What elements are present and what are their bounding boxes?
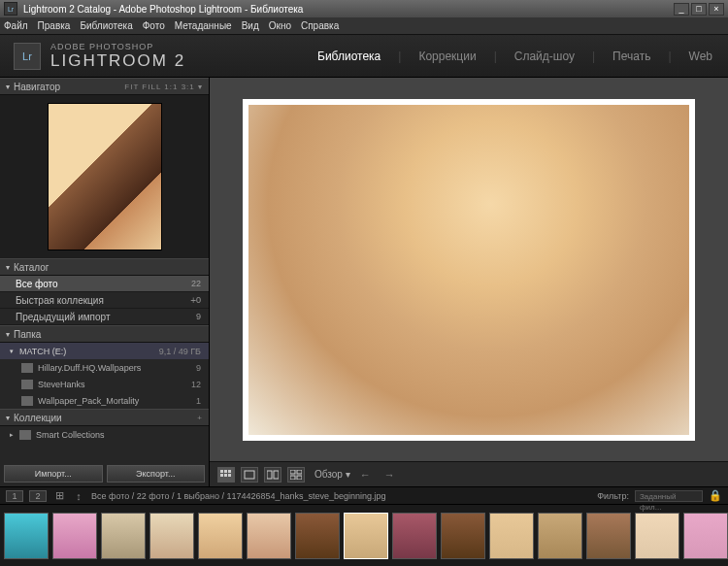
view-toolbar: Обзор ▾ ← → [210, 461, 728, 486]
thumbnail[interactable] [683, 513, 728, 559]
lr-logo-icon: Lr [14, 43, 41, 70]
page-1-button[interactable]: 1 [6, 490, 23, 502]
navigator-zoom-options[interactable]: FIT FILL 1:1 3:1 ▾ [124, 83, 203, 91]
loupe-view-button[interactable] [241, 467, 258, 483]
page-2-button[interactable]: 2 [29, 490, 47, 502]
navigator-preview[interactable] [0, 95, 209, 258]
thumbnail[interactable] [586, 513, 631, 559]
thumbnail[interactable] [295, 513, 340, 559]
compare-view-button[interactable] [264, 467, 281, 483]
navigator-title: Навигатор [14, 82, 124, 92]
svg-rect-4 [224, 474, 227, 477]
svg-rect-12 [297, 476, 302, 480]
menu-окно[interactable]: Окно [269, 20, 291, 31]
prev-photo-button[interactable]: ← [356, 469, 375, 481]
import-button[interactable]: Импорт... [4, 465, 103, 483]
thumbnail[interactable] [441, 513, 485, 559]
thumbnail[interactable] [344, 513, 388, 559]
navigator-header[interactable]: ▾ Навигатор FIT FILL 1:1 3:1 ▾ [0, 78, 209, 95]
collections-header[interactable]: ▾ Коллекции + [0, 409, 209, 426]
thumbnail[interactable] [635, 513, 679, 559]
drive-label: MATCH (E:) [19, 347, 159, 356]
filter-lock-icon[interactable]: 🔒 [709, 490, 722, 502]
folder-icon [19, 430, 31, 440]
grid-size-icon[interactable]: ⊞ [52, 490, 66, 502]
menu-правка[interactable]: Правка [38, 20, 71, 31]
folder-icon [21, 396, 33, 406]
thumbnail[interactable] [4, 513, 49, 559]
filter-label: Фильтр: [597, 491, 629, 501]
close-button[interactable]: × [709, 3, 724, 16]
maximize-button[interactable]: □ [691, 3, 707, 16]
collapse-icon: ▾ [6, 414, 10, 422]
thumbnail[interactable] [247, 513, 291, 559]
thumbnail[interactable] [392, 513, 437, 559]
svg-rect-6 [245, 471, 254, 479]
collections-add-icon[interactable]: + [197, 414, 203, 422]
drive-row[interactable]: ▾ MATCH (E:) 9,1 / 49 ГБ [0, 343, 209, 359]
menubar: ФайлПравкаБиблиотекаФотоМетаданныеВидОкн… [0, 17, 728, 35]
collapse-icon: ▾ [6, 330, 10, 339]
module-печать[interactable]: Печать [611, 50, 652, 63]
grid-view-button[interactable] [217, 467, 235, 483]
svg-rect-11 [290, 476, 295, 480]
header: Lr ADOBE PHOTOSHOP LIGHTROOM 2 Библиотек… [0, 35, 728, 78]
left-panel: ▾ Навигатор FIT FILL 1:1 3:1 ▾ ▾ Каталог… [0, 78, 210, 486]
expand-icon: ▸ [10, 431, 19, 439]
thumbnail[interactable] [198, 513, 243, 559]
menu-вид[interactable]: Вид [242, 20, 259, 31]
main-photo [243, 99, 695, 441]
catalog-row[interactable]: Все фото22 [0, 276, 209, 292]
menu-фото[interactable]: Фото [143, 20, 165, 31]
titlebar: Lr Lightroom 2 Catalog - Adobe Photoshop… [0, 0, 728, 17]
svg-rect-7 [267, 471, 272, 479]
folder-row[interactable]: SteveHanks12 [0, 376, 209, 392]
collapse-icon: ▾ [6, 83, 10, 91]
menu-метаданные[interactable]: Метаданные [175, 20, 232, 31]
catalog-row[interactable]: Предыдущий импорт9 [0, 309, 209, 325]
thumbnail[interactable] [538, 513, 582, 559]
brand-big: LIGHTROOM 2 [50, 51, 185, 71]
menu-файл[interactable]: Файл [4, 20, 28, 31]
survey-view-button[interactable] [287, 467, 305, 483]
module-web[interactable]: Web [687, 50, 714, 63]
svg-rect-10 [297, 470, 302, 474]
svg-rect-9 [290, 470, 295, 474]
canvas[interactable] [210, 78, 728, 461]
drive-stats: 9,1 / 49 ГБ [159, 347, 201, 356]
folder-row[interactable]: Hillary.Duff.HQ.Wallpapers9 [0, 359, 209, 376]
sort-icon[interactable]: ↕ [72, 490, 85, 502]
minimize-button[interactable]: _ [674, 3, 689, 16]
viewer: Обзор ▾ ← → [210, 78, 728, 486]
folder-row[interactable]: Wallpaper_Pack_Mortality1 [0, 392, 209, 409]
module-коррекции[interactable]: Коррекции [416, 50, 478, 63]
next-photo-button[interactable]: → [381, 469, 399, 481]
folders-header[interactable]: ▾ Папка [0, 325, 209, 343]
filmstrip[interactable] [0, 504, 728, 566]
menu-справка[interactable]: Справка [301, 20, 339, 31]
svg-rect-8 [274, 471, 279, 479]
thumbnail[interactable] [52, 513, 97, 559]
module-библиотека[interactable]: Библиотека [315, 50, 382, 63]
export-button[interactable]: Экспорт... [107, 465, 206, 483]
brand-small: ADOBE PHOTOSHOP [50, 42, 185, 51]
folders-title: Папка [14, 329, 203, 340]
brand: ADOBE PHOTOSHOP LIGHTROOM 2 [50, 42, 185, 71]
module-слайд-шоу[interactable]: Слайд-шоу [513, 50, 577, 63]
overview-dropdown[interactable]: Обзор ▾ [314, 469, 350, 480]
expand-icon: ▾ [10, 348, 19, 355]
thumbnail[interactable] [489, 513, 534, 559]
thumbnail[interactable] [149, 513, 194, 559]
collection-label: Smart Collections [36, 430, 201, 440]
svg-rect-5 [228, 474, 231, 477]
svg-rect-2 [228, 470, 231, 473]
catalog-header[interactable]: ▾ Каталог [0, 258, 209, 276]
statusbar: 1 2 ⊞ ↕ Все фото / 22 фото / 1 выбрано /… [0, 486, 728, 504]
filter-dropdown[interactable]: Заданный фил... [635, 490, 703, 502]
thumbnail[interactable] [101, 513, 146, 559]
folder-icon [21, 363, 33, 373]
menu-библиотека[interactable]: Библиотека [80, 20, 132, 31]
catalog-title: Каталог [14, 262, 203, 273]
catalog-row[interactable]: Быстрая коллекция+0 [0, 292, 209, 309]
collection-row[interactable]: ▸ Smart Collections [0, 426, 209, 443]
